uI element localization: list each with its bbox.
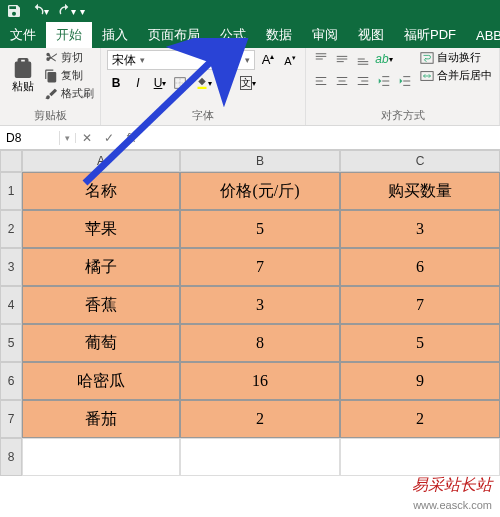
tab-page-layout[interactable]: 页面布局 — [138, 22, 210, 48]
border-button[interactable]: ▾ — [173, 74, 191, 92]
cell-a8[interactable] — [22, 438, 180, 476]
format-painter-button[interactable]: 格式刷 — [44, 86, 94, 101]
fill-color-button[interactable]: ▾ — [195, 74, 213, 92]
cell-b6[interactable]: 16 — [180, 362, 340, 400]
redo-button[interactable]: ▾ — [55, 3, 78, 19]
font-color-button[interactable]: A▾ — [217, 74, 235, 92]
undo-button[interactable]: ▾ — [28, 3, 51, 19]
row-header-8[interactable]: 8 — [0, 438, 22, 476]
merge-icon — [420, 69, 434, 83]
cell-a4[interactable]: 香蕉 — [22, 286, 180, 324]
save-button[interactable] — [4, 3, 24, 19]
align-right-button[interactable] — [354, 72, 372, 90]
cell-a5[interactable]: 葡萄 — [22, 324, 180, 362]
tab-insert[interactable]: 插入 — [92, 22, 138, 48]
cell-b3[interactable]: 7 — [180, 248, 340, 286]
tab-data[interactable]: 数据 — [256, 22, 302, 48]
align-top-button[interactable] — [312, 50, 330, 68]
cell-c4[interactable]: 7 — [340, 286, 500, 324]
align-top-icon — [314, 52, 328, 66]
cell-c6[interactable]: 9 — [340, 362, 500, 400]
align-cen-icon — [335, 74, 349, 88]
italic-button[interactable]: I — [129, 74, 147, 92]
orientation-button[interactable]: ab▾ — [375, 50, 393, 68]
cell-a7[interactable]: 番茄 — [22, 400, 180, 438]
row-header-3[interactable]: 3 — [0, 248, 22, 286]
group-alignment: ab▾ 自动换行 合并后居中 对齐方式 — [306, 48, 500, 125]
cell-c8[interactable] — [340, 438, 500, 476]
name-box[interactable]: D8 — [0, 131, 60, 145]
cell-c3[interactable]: 6 — [340, 248, 500, 286]
cell-a3[interactable]: 橘子 — [22, 248, 180, 286]
cancel-formula-button[interactable]: ✕ — [76, 131, 98, 145]
wrap-text-button[interactable]: 自动换行 — [420, 50, 492, 65]
quick-access-toolbar: ▾ ▾ ▾ — [0, 0, 500, 22]
cell-c2[interactable]: 3 — [340, 210, 500, 248]
phonetic-button[interactable]: 文▾ — [239, 74, 257, 92]
row-header-2[interactable]: 2 — [0, 210, 22, 248]
bucket-icon — [196, 76, 208, 90]
align-bot-icon — [356, 52, 370, 66]
tab-abbyy[interactable]: ABBYY — [466, 22, 500, 48]
paste-button[interactable]: 粘贴 — [6, 50, 40, 101]
copy-button[interactable]: 复制 — [44, 68, 94, 83]
increase-indent-button[interactable] — [396, 72, 414, 90]
row-header-7[interactable]: 7 — [0, 400, 22, 438]
row-header-1[interactable]: 1 — [0, 172, 22, 210]
tab-foxit-pdf[interactable]: 福昕PDF — [394, 22, 466, 48]
svg-rect-28 — [421, 52, 433, 63]
cell-b7[interactable]: 2 — [180, 400, 340, 438]
cell-b1[interactable]: 价格(元/斤) — [180, 172, 340, 210]
tab-view[interactable]: 视图 — [348, 22, 394, 48]
align-right-icon — [356, 74, 370, 88]
brush-icon — [44, 87, 58, 101]
enter-formula-button[interactable]: ✓ — [98, 131, 120, 145]
cell-a2[interactable]: 苹果 — [22, 210, 180, 248]
col-header-b[interactable]: B — [180, 150, 340, 172]
decrease-indent-button[interactable] — [375, 72, 393, 90]
merge-center-button[interactable]: 合并后居中 — [420, 68, 492, 83]
tab-review[interactable]: 审阅 — [302, 22, 348, 48]
row-header-5[interactable]: 5 — [0, 324, 22, 362]
align-left-button[interactable] — [312, 72, 330, 90]
grow-font-button[interactable]: A▴ — [259, 51, 277, 69]
tab-formula[interactable]: 公式 — [210, 22, 256, 48]
ribbon: 粘贴 剪切 复制 格式刷 剪贴板 宋体▾ 18▾ A▴ A▾ B I U▾ ▾ … — [0, 48, 500, 126]
qat-customize[interactable]: ▾ — [80, 6, 85, 17]
insert-function-button[interactable]: fx — [120, 131, 142, 145]
cell-a1[interactable]: 名称 — [22, 172, 180, 210]
select-all-corner[interactable] — [0, 150, 22, 172]
font-size-combo[interactable]: 18▾ — [221, 50, 255, 70]
cell-a6[interactable]: 哈密瓜 — [22, 362, 180, 400]
cell-b4[interactable]: 3 — [180, 286, 340, 324]
row-header-6[interactable]: 6 — [0, 362, 22, 400]
font-name-combo[interactable]: 宋体▾ — [107, 50, 217, 70]
cell-c1[interactable]: 购买数量 — [340, 172, 500, 210]
align-bottom-button[interactable] — [354, 50, 372, 68]
group-clipboard: 粘贴 剪切 复制 格式刷 剪贴板 — [0, 48, 101, 125]
cell-b2[interactable]: 5 — [180, 210, 340, 248]
cell-c7[interactable]: 2 — [340, 400, 500, 438]
align-center-button[interactable] — [333, 72, 351, 90]
cell-c5[interactable]: 5 — [340, 324, 500, 362]
cell-b5[interactable]: 8 — [180, 324, 340, 362]
tab-file[interactable]: 文件 — [0, 22, 46, 48]
border-icon — [174, 76, 186, 90]
underline-button[interactable]: U▾ — [151, 74, 169, 92]
spreadsheet-grid: A B C 1 名称 价格(元/斤) 购买数量 2 苹果 5 3 3 橘子 7 … — [0, 150, 500, 476]
tab-home[interactable]: 开始 — [46, 22, 92, 48]
align-left-icon — [314, 74, 328, 88]
row-header-4[interactable]: 4 — [0, 286, 22, 324]
redo-icon — [57, 3, 73, 19]
col-header-a[interactable]: A — [22, 150, 180, 172]
name-box-dropdown[interactable]: ▾ — [60, 133, 76, 143]
group-font: 宋体▾ 18▾ A▴ A▾ B I U▾ ▾ ▾ A▾ 文▾ 字体 — [101, 48, 306, 125]
align-middle-button[interactable] — [333, 50, 351, 68]
cell-b8[interactable] — [180, 438, 340, 476]
shrink-font-button[interactable]: A▾ — [281, 51, 299, 69]
svg-rect-3 — [198, 87, 207, 89]
col-header-c[interactable]: C — [340, 150, 500, 172]
bold-button[interactable]: B — [107, 74, 125, 92]
save-icon — [6, 3, 22, 19]
cut-button[interactable]: 剪切 — [44, 50, 94, 65]
